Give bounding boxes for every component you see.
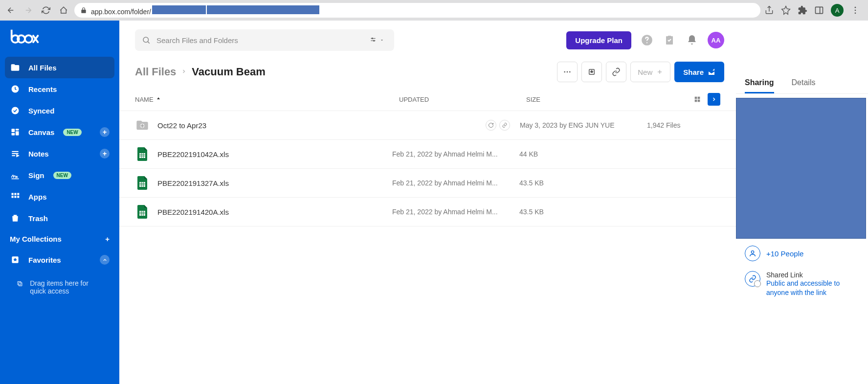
- svg-rect-20: [17, 196, 19, 198]
- sidebar-item-notes[interactable]: Notes +: [0, 143, 119, 164]
- file-updated: Feb 21, 2022 by Ahmad Helmi M...: [392, 208, 519, 216]
- svg-rect-15: [12, 193, 14, 195]
- svg-rect-16: [14, 193, 16, 195]
- svg-point-45: [751, 251, 754, 253]
- breadcrumb-current: Vacuum Beam: [192, 66, 265, 78]
- sidebar-item-label: Recents: [28, 85, 57, 93]
- folder-icon: [10, 62, 21, 73]
- notes-icon: [10, 148, 21, 159]
- sidebar-item-apps[interactable]: Apps: [0, 186, 119, 207]
- column-headers: NAME UPDATED SIZE: [119, 82, 736, 111]
- sidebar-item-synced[interactable]: Synced: [0, 100, 119, 121]
- svg-point-29: [374, 40, 375, 41]
- apps-grid-icon: [10, 191, 21, 202]
- table-row[interactable]: PBE2202191327A.xlsFeb 21, 2022 by Ahmad …: [119, 168, 736, 197]
- grid-view-button[interactable]: [691, 93, 704, 106]
- file-name[interactable]: PBE2202191327A.xls: [157, 179, 229, 187]
- sidebar-item-canvas[interactable]: Canvas NEW +: [0, 121, 119, 143]
- upgrade-plan-button[interactable]: Upgrade Plan: [566, 31, 631, 49]
- svg-point-27: [372, 38, 373, 39]
- more-people-link[interactable]: +10 People: [766, 249, 803, 258]
- sidebar-item-label: Synced: [28, 107, 54, 115]
- panel-icon[interactable]: [814, 5, 824, 15]
- table-row[interactable]: PBE2202191042A.xlsFeb 21, 2022 by Ahmad …: [119, 139, 736, 168]
- sidebar-item-label: All Files: [28, 64, 57, 72]
- notifications-icon[interactable]: [685, 33, 699, 47]
- sidebar-item-label: Apps: [28, 193, 47, 201]
- canvas-icon: [10, 127, 21, 137]
- file-name[interactable]: PBE2202191420A.xls: [157, 208, 229, 216]
- more-actions-button[interactable]: [557, 62, 578, 82]
- chevron-up-icon[interactable]: [100, 255, 110, 265]
- file-name[interactable]: PBE2202191042A.xls: [157, 150, 229, 158]
- table-row[interactable]: PBE2202191420A.xlsFeb 21, 2022 by Ahmad …: [119, 197, 736, 226]
- sidebar-item-label: Canvas: [28, 128, 54, 136]
- sidebar-item-all-files[interactable]: All Files: [5, 57, 114, 78]
- shared-link-row[interactable]: Shared Link Public and accessible to any…: [736, 263, 868, 305]
- add-button[interactable]: +: [105, 235, 110, 243]
- favorites-drop-zone[interactable]: Drag items here for quick access: [10, 272, 110, 302]
- add-button[interactable]: +: [100, 149, 110, 158]
- svg-point-31: [564, 71, 566, 73]
- tab-details[interactable]: Details: [792, 78, 816, 93]
- search-input[interactable]: [156, 36, 360, 45]
- sidebar: All Files Recents Synced Canvas NEW + No…: [0, 21, 119, 384]
- new-button[interactable]: New: [630, 62, 670, 82]
- panel-toggle-button[interactable]: [708, 93, 720, 106]
- copy-icon: [17, 279, 23, 288]
- shared-link-desc[interactable]: Public and accessible to anyone with the…: [766, 279, 859, 297]
- more-people-row[interactable]: +10 People: [736, 244, 868, 263]
- reload-button[interactable]: [39, 3, 53, 17]
- help-icon[interactable]: [640, 33, 654, 47]
- column-header-size[interactable]: SIZE: [526, 96, 600, 103]
- bookmark-star-icon[interactable]: [781, 5, 791, 15]
- svg-rect-44: [139, 211, 145, 216]
- browser-profile-avatar[interactable]: A: [831, 4, 844, 17]
- sync-icon: [486, 120, 496, 131]
- svg-rect-19: [14, 196, 16, 198]
- row-badges: [486, 120, 510, 131]
- add-button[interactable]: +: [100, 127, 110, 137]
- collection-button[interactable]: [581, 62, 602, 82]
- user-avatar[interactable]: AA: [708, 32, 724, 48]
- address-bar[interactable]: app.box.com/folder/: [74, 3, 760, 18]
- svg-rect-40: [698, 100, 700, 102]
- column-header-updated[interactable]: UPDATED: [399, 96, 526, 103]
- overflow-menu-icon[interactable]: [850, 5, 860, 15]
- svg-rect-23: [18, 282, 21, 285]
- breadcrumb-root[interactable]: All Files: [135, 66, 176, 78]
- svg-rect-17: [17, 193, 19, 195]
- filter-icon[interactable]: [366, 36, 387, 45]
- sidebar-section-collections[interactable]: My Collections +: [0, 229, 119, 249]
- forward-button[interactable]: [22, 3, 35, 17]
- tasks-icon[interactable]: [663, 33, 676, 47]
- extensions-icon[interactable]: [798, 5, 807, 15]
- back-button[interactable]: [4, 3, 18, 17]
- table-row[interactable]: Oct22 to Apr23May 3, 2023 by ENG JUN YUE…: [119, 111, 736, 139]
- svg-rect-42: [139, 153, 145, 158]
- tab-sharing[interactable]: Sharing: [745, 78, 774, 93]
- shared-link-label: Shared Link: [766, 271, 859, 279]
- new-badge: NEW: [63, 129, 81, 136]
- sidebar-item-recents[interactable]: Recents: [0, 78, 119, 100]
- svg-rect-18: [12, 196, 14, 198]
- sidebar-item-sign[interactable]: Sign NEW: [0, 164, 119, 186]
- link-icon: [745, 271, 760, 287]
- file-updated: Feb 21, 2022 by Ahmad Helmi M...: [392, 150, 519, 158]
- share-button[interactable]: Share: [674, 62, 724, 82]
- box-logo[interactable]: [0, 23, 119, 57]
- share-page-icon[interactable]: [764, 5, 774, 15]
- xls-file-icon: [135, 147, 150, 161]
- file-name[interactable]: Oct22 to Apr23: [157, 121, 206, 130]
- sidebar-item-favorites[interactable]: Favorites: [0, 249, 119, 271]
- home-button[interactable]: [57, 3, 70, 17]
- svg-point-33: [569, 71, 571, 73]
- search-box[interactable]: [135, 29, 394, 51]
- link-button[interactable]: [606, 62, 626, 82]
- sign-icon: [10, 170, 21, 181]
- svg-rect-0: [816, 7, 823, 13]
- trash-icon: [10, 213, 21, 224]
- sidebar-item-trash[interactable]: Trash: [0, 207, 119, 229]
- column-header-name[interactable]: NAME: [135, 96, 399, 103]
- folder-icon: [135, 118, 150, 133]
